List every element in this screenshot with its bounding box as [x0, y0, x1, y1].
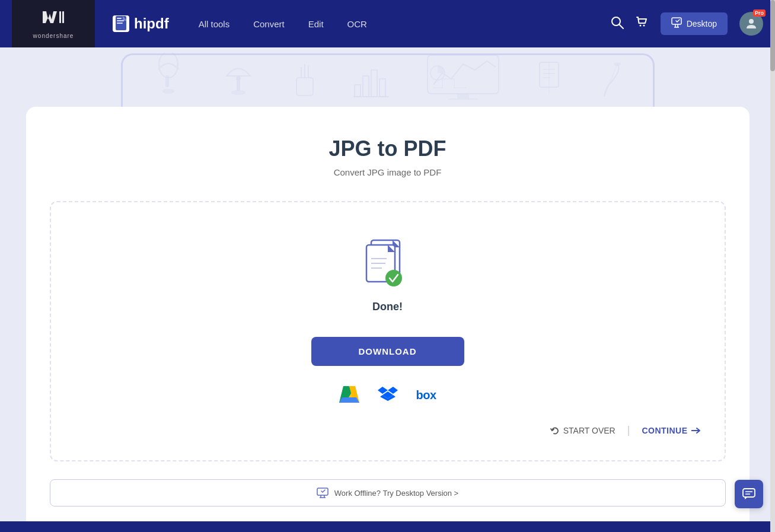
success-icon [364, 238, 412, 291]
hipdf-text: hipdf [134, 15, 169, 32]
page-title: JPG to PDF [50, 136, 726, 161]
document-icon [537, 61, 564, 102]
nav-actions: Desktop Pro [611, 12, 763, 36]
pro-badge: Pro [753, 9, 766, 17]
svg-rect-22 [296, 78, 313, 95]
svg-point-21 [236, 76, 241, 81]
svg-rect-28 [371, 70, 377, 97]
lamp-icon [221, 58, 256, 102]
bottom-actions: START OVER | CONTINUE [75, 418, 701, 437]
svg-point-46 [385, 270, 402, 286]
main-card: JPG to PDF Convert JPG image to PDF [26, 107, 750, 530]
svg-marker-0 [43, 11, 57, 23]
svg-rect-26 [355, 85, 361, 97]
google-drive-button[interactable] [339, 384, 360, 406]
bar-chart-icon [353, 61, 389, 102]
footer [0, 521, 775, 532]
svg-rect-27 [363, 76, 369, 97]
svg-point-9 [639, 24, 641, 26]
result-area: Done! DOWNLOAD [50, 201, 726, 461]
scrollbar-thumb[interactable] [770, 0, 775, 71]
box-button[interactable]: box [416, 388, 436, 402]
svg-point-15 [749, 19, 754, 24]
svg-point-20 [231, 90, 245, 95]
svg-rect-32 [457, 94, 469, 98]
desktop-btn-label: Desktop [687, 19, 717, 28]
wondershare-label: wondershare [33, 33, 74, 39]
navbar: wondershare hipdf All tools Convert Edit… [0, 0, 775, 47]
svg-point-10 [643, 24, 645, 26]
desktop-icon [671, 17, 682, 30]
action-divider: | [627, 424, 630, 437]
continue-arrow-icon [691, 426, 701, 435]
svg-rect-6 [117, 23, 123, 24]
desktop-offline-icon [317, 487, 329, 499]
offline-text: Work Offline? Try Desktop Version > [334, 489, 458, 498]
desktop-button[interactable]: Desktop [661, 12, 728, 35]
nav-links: All tools Convert Edit OCR [199, 19, 599, 29]
wondershare-icon [43, 9, 64, 29]
start-over-icon [550, 426, 560, 435]
nav-convert[interactable]: Convert [253, 19, 285, 29]
nav-edit[interactable]: Edit [308, 19, 324, 29]
svg-rect-1 [59, 11, 61, 23]
quill-icon [599, 61, 623, 102]
svg-marker-50 [339, 397, 359, 403]
user-avatar[interactable]: Pro [739, 12, 763, 36]
svg-rect-29 [379, 79, 385, 97]
svg-rect-33 [448, 98, 478, 100]
scrollbar[interactable] [770, 0, 775, 532]
hipdf-logo[interactable]: hipdf [113, 15, 169, 32]
svg-rect-56 [743, 489, 755, 497]
svg-line-8 [619, 24, 623, 28]
svg-point-16 [159, 53, 178, 78]
nav-all-tools[interactable]: All tools [199, 19, 230, 29]
page-subtitle: Convert JPG image to PDF [50, 167, 726, 177]
main-content: JPG to PDF Convert JPG image to PDF [0, 107, 775, 532]
nav-ocr[interactable]: OCR [347, 19, 367, 29]
wondershare-brand[interactable]: wondershare [12, 0, 95, 47]
done-text: Done! [372, 301, 403, 313]
cart-button[interactable] [636, 16, 649, 32]
pen-cup-icon [292, 61, 318, 102]
continue-button[interactable]: CONTINUE [642, 426, 700, 435]
offline-banner[interactable]: Work Offline? Try Desktop Version > [50, 479, 726, 506]
svg-rect-17 [165, 75, 169, 87]
svg-rect-4 [117, 18, 122, 19]
svg-point-40 [614, 62, 621, 66]
download-button[interactable]: DOWNLOAD [311, 337, 464, 366]
svg-rect-2 [62, 11, 64, 23]
svg-point-18 [162, 89, 174, 94]
dropbox-button[interactable] [378, 384, 398, 406]
hero-background [0, 47, 775, 107]
message-icon [742, 488, 755, 500]
hero-icons [152, 52, 623, 102]
cloud-save-options: box [339, 384, 436, 406]
hipdf-icon [113, 15, 129, 32]
search-button[interactable] [611, 16, 624, 32]
box-label: box [416, 388, 436, 402]
start-over-button[interactable]: START OVER [550, 426, 615, 435]
plant-icon [152, 53, 185, 102]
monitor-chart-icon [425, 52, 502, 102]
message-fab[interactable] [735, 480, 763, 508]
